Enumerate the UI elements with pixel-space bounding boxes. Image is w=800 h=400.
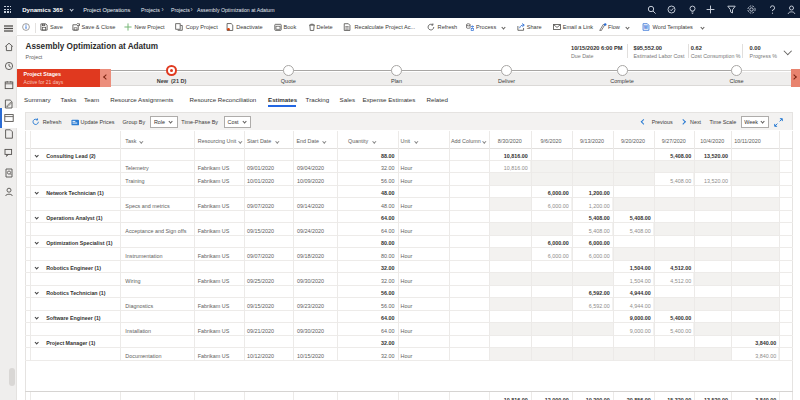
svg-text:W: W — [644, 25, 649, 30]
